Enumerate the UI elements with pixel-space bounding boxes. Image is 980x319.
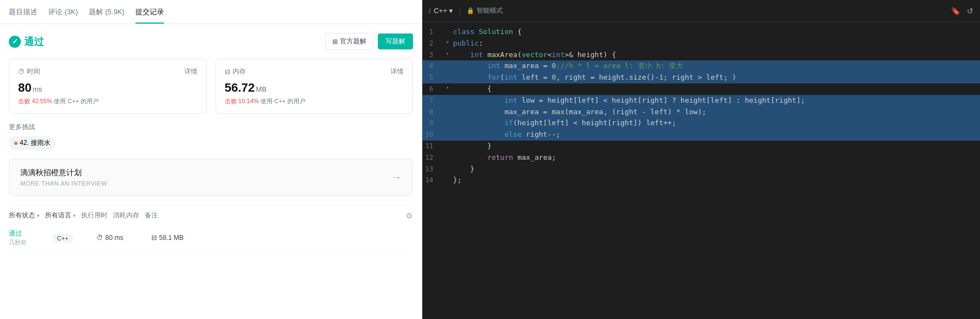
- line-number-8: 8: [422, 107, 442, 117]
- time-sub: 击败 42.55% 使用 C++ 的用户: [18, 97, 197, 105]
- time-stat-card: ⏱ 时间 详情 80ms 击败 42.55% 使用 C++ 的用户: [9, 59, 207, 114]
- line-number-10: 10: [422, 129, 442, 140]
- line-number-12: 12: [422, 152, 442, 163]
- code-line-11: 11 }: [422, 141, 980, 152]
- check-icon: ✓: [9, 36, 21, 48]
- code-line-13: 13 }: [422, 164, 980, 175]
- status-bar: ✓ 通过 ⊞ 官方题解 写题解: [9, 33, 413, 50]
- toolbar-left: i C++ ▾ 🔒 智能模式: [429, 6, 503, 15]
- clock-icon: ⏱: [18, 68, 25, 76]
- editor-toolbar: i C++ ▾ 🔒 智能模式 🔖 ↺: [422, 0, 980, 22]
- challenge-dot: [14, 142, 18, 145]
- code-editor[interactable]: 1class Solution {2▾public:3▾ int maxArea…: [422, 22, 980, 319]
- official-icon: ⊞: [332, 38, 338, 46]
- line-content-3: int maxArea(vector<int>& height) {: [453, 49, 980, 61]
- code-line-14: 14};: [422, 175, 980, 186]
- code-line-10: 10 else right--;: [422, 129, 980, 141]
- official-solution-button[interactable]: ⊞ 官方题解: [325, 33, 373, 50]
- write-solution-button[interactable]: 写题解: [378, 33, 413, 49]
- code-line-6: 6▾ {: [422, 83, 980, 95]
- time-value: 80ms: [18, 81, 197, 95]
- time-col-label: 执行用时: [81, 211, 107, 220]
- refresh-icon[interactable]: ↺: [967, 7, 973, 15]
- line-content-2: public:: [453, 38, 980, 49]
- table-row: 通过 几秒前 C++ ⏱ 80 ms ⊟ 58.1 MB: [9, 225, 413, 251]
- line-content-14: };: [453, 175, 980, 186]
- mem-col-label: 消耗内存: [113, 211, 139, 220]
- bookmark-icon[interactable]: 🔖: [951, 7, 960, 15]
- code-line-12: 12 return max_area;: [422, 152, 980, 164]
- lang-selector[interactable]: i C++ ▾: [429, 7, 453, 15]
- challenge-label: 42. 接雨水: [20, 138, 50, 148]
- banner-arrow-icon: →: [392, 172, 401, 183]
- banner-subtitle: MORE THAN AN INTERVIEW: [20, 180, 107, 187]
- sub-status-pass[interactable]: 通过: [9, 230, 22, 237]
- toolbar-divider: [460, 7, 460, 15]
- mem-value: 56.72MB: [225, 81, 404, 95]
- mem-detail-link[interactable]: 详情: [390, 67, 404, 76]
- line-number-5: 5: [422, 72, 442, 83]
- lang-name: C++: [434, 7, 447, 15]
- line-content-6: {: [453, 83, 980, 95]
- lang-dropdown-arrow: ▾: [449, 7, 453, 15]
- smart-mode-label: 智能模式: [477, 6, 503, 15]
- line-content-1: class Solution {: [453, 26, 980, 38]
- sub-exec-time-col: ⏱ 80 ms: [97, 234, 151, 242]
- line-content-10: else right--;: [453, 129, 980, 141]
- code-line-8: 8 max_area = max(max_area, (right - left…: [422, 107, 980, 118]
- line-number-11: 11: [422, 141, 442, 152]
- line-number-2: 2: [422, 38, 442, 49]
- tab-submissions[interactable]: 提交记录: [135, 1, 164, 24]
- tabs-bar: 题目描述 评论 (3K) 题解 (5.9K) 提交记录: [0, 0, 422, 24]
- line-content-7: int low = height[left] < height[right] ?…: [453, 95, 980, 107]
- lang-prefix: i: [429, 7, 430, 15]
- line-content-13: }: [453, 164, 980, 175]
- sub-memory-col: ⊟ 58.1 MB: [151, 234, 206, 242]
- sub-status-col: 通过 几秒前: [9, 229, 53, 247]
- line-gutter-6: ▾: [442, 83, 453, 92]
- code-line-4: 4 int max_area = 0;//h * l = area l: 变小 …: [422, 60, 980, 72]
- mem-label: ⊟ 内存: [225, 67, 246, 76]
- code-line-9: 9 if(height[left] < height[right]) left+…: [422, 117, 980, 129]
- pass-status: ✓ 通过: [9, 35, 44, 48]
- lock-icon: 🔒: [467, 7, 474, 14]
- lang-filter-arrow: ▾: [73, 212, 76, 219]
- sub-lang-col: C++: [53, 234, 97, 242]
- lang-filter[interactable]: 所有语言 ▾: [45, 211, 76, 220]
- line-content-5: for(int left = 0, right = height.size()-…: [453, 72, 980, 83]
- banner-text: 滴滴秋招橙意计划 MORE THAN AN INTERVIEW: [20, 168, 107, 187]
- banner-title: 滴滴秋招橙意计划: [20, 168, 107, 178]
- code-line-7: 7 int low = height[left] < height[right]…: [422, 95, 980, 107]
- tab-description[interactable]: 题目描述: [9, 1, 37, 24]
- code-line-3: 3▾ int maxArea(vector<int>& height) {: [422, 49, 980, 61]
- time-label: ⏱ 时间: [18, 67, 40, 76]
- left-panel: 题目描述 评论 (3K) 题解 (5.9K) 提交记录 ✓ 通过 ⊞ 官方题解 …: [0, 0, 422, 319]
- tab-solutions[interactable]: 题解 (5.9K): [89, 1, 124, 24]
- line-content-4: int max_area = 0;//h * l = area l: 变小 h:…: [453, 60, 980, 72]
- line-gutter-2: ▾: [442, 38, 453, 47]
- code-line-1: 1class Solution {: [422, 26, 980, 38]
- mem-sub: 击败 10.14% 使用 C++ 的用户: [225, 97, 404, 105]
- line-number-7: 7: [422, 95, 442, 106]
- filter-group: 所有状态 ▾ 所有语言 ▾ 执行用时 消耗内存 备注: [9, 211, 158, 220]
- mem-stat-header: ⊟ 内存 详情: [225, 67, 404, 76]
- code-line-2: 2▾public:: [422, 38, 980, 49]
- tab-comments[interactable]: 评论 (3K): [48, 1, 78, 24]
- code-line-5: 5 for(int left = 0, right = height.size(…: [422, 72, 980, 83]
- line-gutter-3: ▾: [442, 49, 453, 58]
- mem-icon: ⊟: [225, 68, 230, 76]
- gear-icon[interactable]: ⚙: [406, 211, 413, 220]
- smart-mode-toggle[interactable]: 🔒 智能模式: [467, 6, 503, 15]
- banner[interactable]: 滴滴秋招橙意计划 MORE THAN AN INTERVIEW →: [9, 159, 413, 196]
- action-buttons: ⊞ 官方题解 写题解: [325, 33, 413, 50]
- line-number-13: 13: [422, 164, 442, 175]
- sub-time-ago: 几秒前: [9, 238, 53, 247]
- time-detail-link[interactable]: 详情: [184, 67, 197, 76]
- clock-small-icon: ⏱: [97, 234, 103, 242]
- line-number-4: 4: [422, 60, 442, 71]
- status-filter[interactable]: 所有状态 ▾: [9, 211, 39, 220]
- time-stat-header: ⏱ 时间 详情: [18, 67, 197, 76]
- challenge-tag-0[interactable]: 42. 接雨水: [9, 136, 56, 150]
- line-number-14: 14: [422, 175, 442, 186]
- line-content-11: }: [453, 141, 980, 152]
